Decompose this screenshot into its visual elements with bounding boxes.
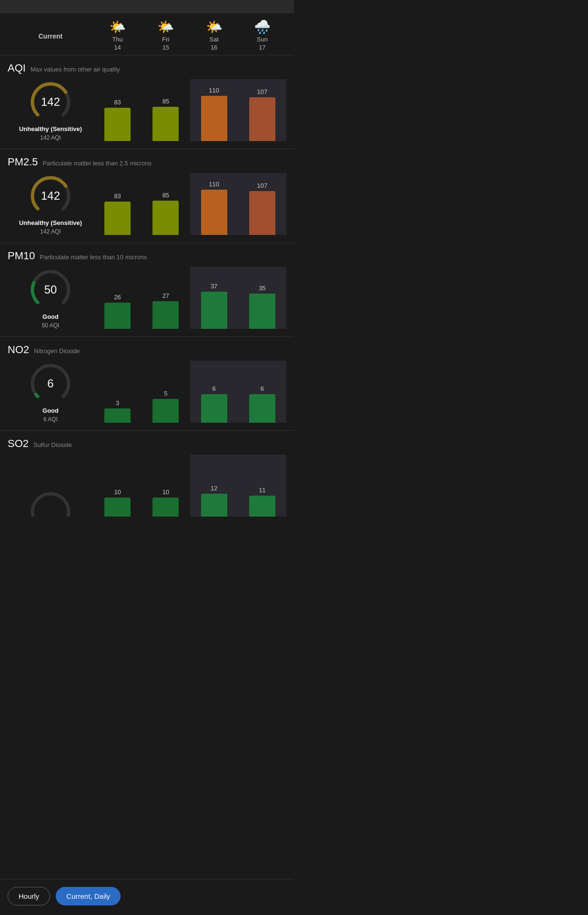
day-name-fri: Fri [162,36,169,43]
bar-col-so2-1: 10 [142,455,190,517]
bar-col-pm25-2: 110 [190,173,238,235]
bar-rect-no2-0 [104,408,131,423]
bar-value-pm10-0: 26 [114,294,121,301]
bar-value-pm25-3: 107 [257,182,268,189]
section-body-pm10: 50 Good 50 AQI 26 27 37 35 [8,267,286,329]
bar-rect-pm10-3 [249,294,275,329]
bar-rect-pm25-0 [104,202,131,235]
gauge-aqi-no2: 6 AQI [43,416,58,423]
day-num-fri: 15 [162,44,169,51]
day-name-sun: Sun [257,36,268,43]
bar-value-no2-1: 5 [164,390,167,397]
app-header [0,0,294,13]
bar-value-pm25-0: 83 [114,193,121,200]
bar-col-no2-0: 3 [93,361,142,423]
current-label: Current [39,19,63,40]
bar-value-pm10-3: 35 [259,285,265,292]
bar-rect-so2-1 [152,498,179,517]
section-name-no2: NO2 [8,344,29,356]
weather-icon-sun: 🌧️ [254,19,271,35]
day-col-fri[interactable]: 🌤️ Fri 15 [142,19,190,51]
bar-rect-so2-0 [104,498,131,517]
gauge-wrap-pm25: 142 [29,174,72,217]
bar-col-pm25-1: 85 [142,173,190,235]
bar-value-aqi-0: 83 [114,99,121,106]
day-col-sun[interactable]: 🌧️ Sun 17 [238,19,286,51]
section-name-pm10: PM10 [8,250,35,262]
section-name-so2: SO2 [8,437,29,450]
weather-icon-sat: 🌤️ [206,19,223,35]
bar-rect-pm25-2 [201,190,227,235]
bar-rect-so2-3 [249,496,275,517]
bar-value-so2-3: 11 [259,487,265,494]
gauge-aqi-aqi: 142 AQI [40,134,61,141]
bar-col-pm25-0: 83 [93,173,142,235]
bar-value-so2-0: 10 [114,488,121,496]
bar-col-pm25-3: 107 [238,173,286,235]
bar-rect-pm10-1 [152,301,179,329]
bar-col-so2-2: 12 [190,455,238,517]
weather-icon-fri: 🌤️ [157,19,174,35]
bar-col-aqi-1: 85 [142,79,190,141]
bar-rect-so2-2 [201,494,227,517]
bar-rect-pm10-2 [201,292,227,329]
bar-col-aqi-2: 110 [190,79,238,141]
bar-value-no2-2: 6 [213,385,216,392]
bar-rect-aqi-1 [152,107,179,141]
bar-col-pm10-2: 37 [190,267,238,329]
gauge-aqi: 142 Unhealthy (Sensitive) 142 AQI [8,81,93,141]
bar-rect-no2-2 [201,394,227,423]
bar-col-pm10-1: 27 [142,267,190,329]
bar-col-pm10-0: 26 [93,267,142,329]
bar-rect-pm10-0 [104,303,131,329]
bar-col-no2-1: 5 [142,361,190,423]
gauge-aqi-pm10: 50 AQI [42,322,60,329]
section-body-so2: 10 10 12 11 [8,455,286,517]
gauge-value-no2: 6 [47,377,53,390]
gauge-wrap-so2 [29,490,72,517]
gauge-pm25: 142 Unhealthy (Sensitive) 142 AQI [8,174,93,235]
bar-rect-aqi-0 [104,108,131,141]
bar-value-no2-3: 6 [261,385,264,392]
section-name-pm25: PM2.5 [8,156,38,168]
bar-value-pm10-1: 27 [162,292,169,299]
day-header: Current 🌤️ Thu 14 🌤️ Fri 15 🌤️ Sat 16 🌧️… [0,13,294,55]
section-desc-no2: Nitrogen Dioxide [34,347,80,355]
weather-icon-thu: 🌤️ [109,19,126,35]
day-num-sun: 17 [259,44,265,51]
bar-col-aqi-0: 83 [93,79,142,141]
bar-rect-aqi-3 [249,97,275,141]
bar-rect-no2-1 [152,399,179,423]
bar-value-so2-1: 10 [162,488,169,496]
section-pm10: PM10 Particulate matter less than 10 mic… [0,243,294,336]
day-col-current[interactable]: Current [8,19,93,51]
section-desc-pm25: Particulate matter less than 2.5 microns [43,160,152,167]
section-name-aqi: AQI [8,62,26,74]
gauge-value-pm25: 142 [41,189,60,203]
day-num-sat: 16 [211,44,217,51]
bar-value-pm25-1: 85 [162,192,169,199]
gauge-wrap-no2: 6 [29,362,72,405]
section-desc-so2: Sulfur Dioxide [33,441,72,448]
bar-col-pm10-3: 35 [238,267,286,329]
bar-col-no2-2: 6 [190,361,238,423]
gauge-wrap-pm10: 50 [29,268,72,311]
day-col-thu[interactable]: 🌤️ Thu 14 [93,19,142,51]
section-so2: SO2 Sulfur Dioxide 10 10 12 11 [0,430,294,524]
gauge-value-pm10: 50 [44,283,57,296]
gauge-aqi-pm25: 142 AQI [40,228,61,235]
day-num-thu: 14 [114,44,121,51]
bar-value-aqi-1: 85 [162,98,169,105]
section-body-no2: 6 Good 6 AQI 3 5 6 6 [8,361,286,423]
section-desc-pm10: Particulate matter less than 10 microns [40,254,147,261]
bar-value-pm25-2: 110 [209,181,219,188]
bar-rect-no2-3 [249,394,275,423]
gauge-pm10: 50 Good 50 AQI [8,268,93,329]
day-col-sat[interactable]: 🌤️ Sat 16 [190,19,238,51]
bar-col-so2-0: 10 [93,455,142,517]
section-aqi: AQI Max values from other air quality 14… [0,55,294,149]
section-pm25: PM2.5 Particulate matter less than 2.5 m… [0,149,294,243]
section-body-aqi: 142 Unhealthy (Sensitive) 142 AQI 83 85 … [8,79,286,141]
bar-col-no2-3: 6 [238,361,286,423]
gauge-wrap-aqi: 142 [29,81,72,123]
